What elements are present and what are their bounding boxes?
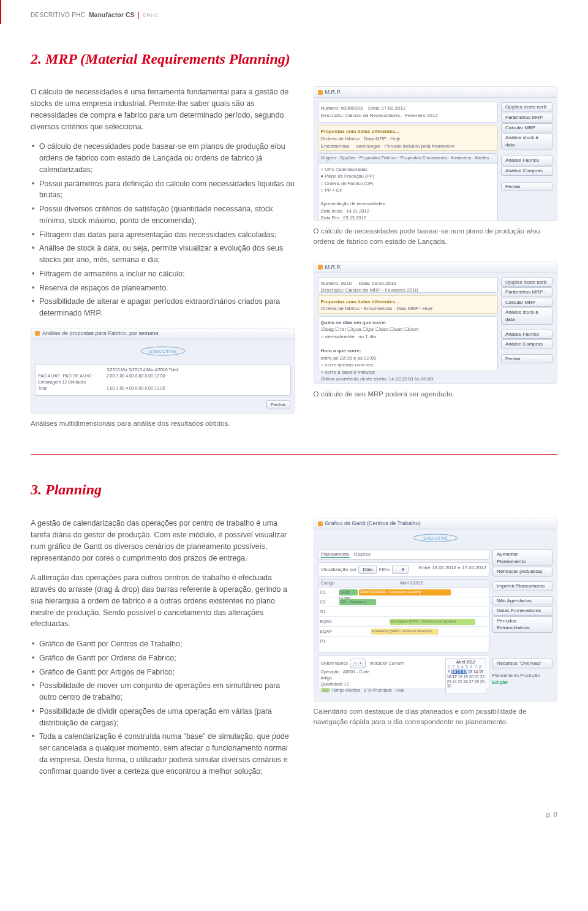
col-header: Código — [321, 580, 337, 586]
svg-text:EXECUTIVE: EXECUTIVE — [149, 349, 176, 354]
tab[interactable]: Opções — [339, 155, 355, 161]
fig3-caption: O cálculo de seu MRP poderá ser agendado… — [314, 389, 557, 399]
window-icon — [318, 90, 323, 95]
section-divider — [31, 454, 557, 455]
bullet: Possui parâmetros para definição do cálc… — [31, 178, 295, 202]
label: Operação — [321, 670, 340, 674]
section-3-title: 3. Planning — [31, 479, 557, 501]
row-label: C1 — [318, 589, 334, 595]
label: Descrição: — [321, 287, 344, 293]
side-button[interactable]: Análise stock à data — [501, 133, 552, 149]
label: Ordem fabrico — [321, 661, 348, 665]
bullet: Gráfico de Gantt por Centros de Trabalho… — [31, 638, 295, 650]
window-icon — [35, 331, 40, 336]
label: Prioridade — [372, 688, 392, 692]
page-number: p. 8 — [546, 811, 557, 818]
bullet: Possibilidade de alterar e apagar períod… — [31, 296, 295, 319]
side-button[interactable]: Análise Fabrico — [501, 156, 552, 165]
bullet: Filtragem das datas para apresentação da… — [31, 229, 295, 241]
page-header: DESCRITIVO PHC Manufactor CS ©PHC — [0, 0, 557, 24]
fig1-caption: Análises multidimensionais para análise … — [31, 418, 295, 429]
bullet: Gráfico de Gantt por Ordens de Fabrico; — [31, 652, 295, 664]
label: Descrição: — [321, 113, 344, 118]
filter-dropdown[interactable]: ▾ — [392, 565, 409, 575]
row-label: EQM1 — [318, 619, 334, 625]
side-button[interactable]: Recursos "Overload" — [492, 659, 552, 668]
section-3-p1: A gestão de calendarização das operações… — [31, 518, 295, 564]
tab[interactable]: Planeamento — [321, 551, 350, 558]
close-button[interactable]: Fechar — [266, 400, 290, 410]
row-label: EQAP — [318, 629, 334, 635]
label: Indicador Comum — [370, 661, 404, 665]
side-button[interactable]: Aumentar Planeamento — [492, 550, 552, 566]
fig1-title: Análise de propostas para Fabrico, por s… — [42, 330, 159, 338]
label: Filtro — [379, 567, 390, 572]
header-brand: ©PHC — [143, 12, 159, 20]
label: Quantidade — [321, 682, 343, 686]
bullet: Toda a calendarização é construída numa … — [31, 731, 295, 777]
side-button[interactable]: Calcular MRP — [501, 298, 552, 308]
tab[interactable]: Armazéns — [450, 155, 471, 161]
label: Artigo — [321, 676, 332, 680]
tab[interactable]: Alertas — [475, 155, 489, 161]
dropdown[interactable]: Dias — [358, 565, 377, 575]
figure-analysis-window: Análise de propostas para Fabrico, por s… — [31, 328, 295, 414]
bullet: Análise de stock à data, ou seja, permit… — [31, 243, 295, 266]
header-separator — [138, 12, 139, 19]
close-button[interactable]: Fechar — [501, 182, 552, 192]
side-button[interactable]: Datas Fornecedores — [492, 606, 552, 616]
executive-logo: EXECUTIVE — [139, 346, 187, 357]
label: Real — [396, 688, 404, 692]
section-3-bullets: Gráfico de Gantt por Centros de Trabalho… — [31, 638, 295, 777]
side-button[interactable]: Períodos Extraordinários — [492, 616, 552, 633]
window-icon — [318, 521, 323, 526]
label: Data: — [368, 105, 380, 111]
section-2-title: 2. MRP (Material Requirements Planning) — [31, 48, 557, 70]
side-button[interactable]: Parâmetros MRP — [501, 287, 552, 297]
row-label: P1 — [318, 638, 334, 645]
date-range: Entre 18.01.2012 e 17.04.2012 — [419, 564, 486, 575]
executive-logo: EXECUTIVE — [412, 533, 459, 543]
side-button[interactable]: Análise Compras — [501, 166, 552, 176]
page-footer: p. 8 — [31, 785, 557, 826]
section-3-p2: A alteração das operações para outros ce… — [31, 572, 295, 630]
bullet: O cálculo de necessidades pode basear-se… — [31, 141, 295, 175]
tab[interactable]: Propostas Encomenda — [401, 155, 447, 161]
label: Visualização por — [321, 567, 357, 572]
side-button[interactable]: Análise Compras — [501, 339, 552, 349]
figure-gantt-window: Gráfico de Gantt (Centros de Trabalho) E… — [314, 518, 557, 701]
fig4-caption: Calendário com destaque de dias planeado… — [314, 706, 557, 727]
bullet: Possibilidade de mover um conjunto de op… — [31, 680, 295, 703]
bullet: Gráfico de Gantt por Artigos de Fabrico; — [31, 667, 295, 678]
side-button[interactable]: Opções deste ecrã — [501, 278, 552, 287]
tab[interactable]: Origem — [321, 155, 336, 161]
side-button[interactable]: Parâmetros MRP — [501, 113, 552, 123]
close-button[interactable]: Fechar — [501, 354, 552, 364]
section-2-bullets: O cálculo de necessidades pode basear-se… — [31, 141, 295, 319]
header-title: Manufactor CS — [89, 11, 134, 20]
side-button[interactable]: Análise stock à data — [501, 308, 552, 324]
bullet: Reserva de espaços de planeamento. — [31, 282, 295, 294]
side-button[interactable]: Não Agendadas — [492, 596, 552, 606]
label: Data: — [358, 281, 370, 286]
bullet: Possibilidade de dividir operações de um… — [31, 706, 295, 729]
label: Número: — [321, 281, 340, 286]
side-button[interactable]: Calcular MRP — [501, 123, 552, 133]
fig2-title: M.R.P. — [325, 88, 341, 96]
label: Planeamento Produção — [492, 673, 553, 679]
bullet: Filtragem de armazéns a incluir no cálcu… — [31, 268, 295, 280]
figure-mrp-window: M.R.P. Número: 00000003 Data: 27.02.2012… — [314, 86, 557, 221]
header-pre: DESCRITIVO PHC — [31, 11, 85, 20]
calendar-month: Abril 2012 — [447, 660, 484, 665]
label: Tempo efectivo — [331, 688, 360, 692]
figure-mrp-schedule-window: M.R.P. Número: 0010 Data: 09.03.2010 Des… — [314, 262, 557, 384]
label: Edição — [492, 679, 553, 686]
tab[interactable]: Opções — [353, 551, 371, 557]
label: Número: — [321, 105, 340, 111]
fig3-title: M.R.P. — [325, 263, 341, 271]
side-button[interactable]: Refrescar (Actualiza) — [492, 567, 552, 576]
tab[interactable]: Propostas Fabrico — [360, 155, 397, 161]
side-button[interactable]: Imprimir Planeamento — [492, 581, 552, 591]
side-button[interactable]: Opções deste ecrã — [501, 102, 552, 112]
side-button[interactable]: Análise Fabrico — [501, 330, 552, 339]
